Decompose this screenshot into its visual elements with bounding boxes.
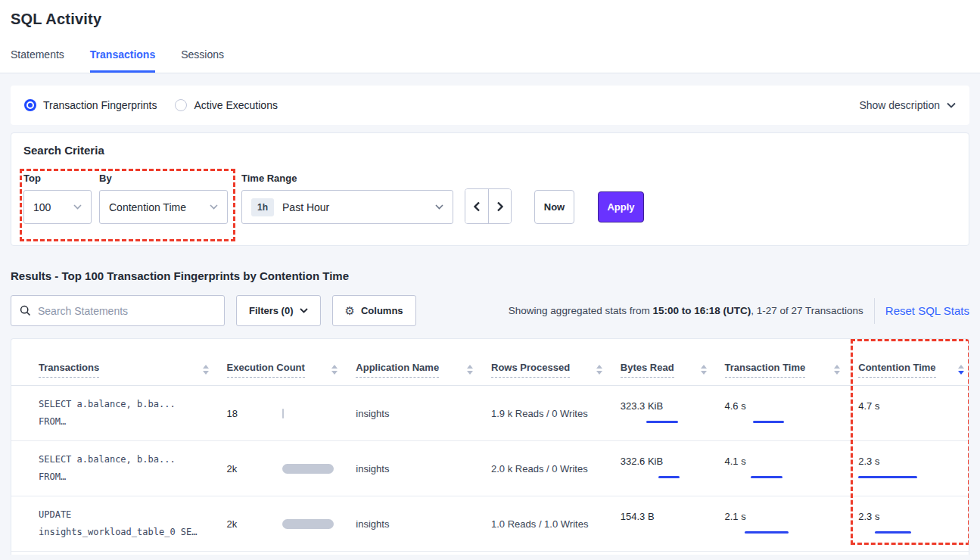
column-label[interactable]: Bytes Read — [621, 362, 674, 378]
transaction-time-value: 4.6 s — [725, 400, 859, 412]
application-name-value: insights — [356, 408, 389, 419]
chevron-down-icon — [210, 204, 218, 210]
results-heading: Results - Top 100 Transaction Fingerprin… — [11, 269, 969, 282]
by-select[interactable]: Contention Time — [99, 190, 228, 224]
radio-active-executions[interactable]: Active Executions — [175, 99, 278, 111]
radio-transaction-fingerprints[interactable]: Transaction Fingerprints — [24, 99, 157, 111]
bytes-read-cell: 154.3 B — [621, 511, 725, 537]
table-header-row: Transactions Execution Count Application… — [11, 339, 969, 386]
transaction-cell: SELECT a.balance, b.ba... FROM… — [11, 451, 227, 486]
contention-time-bar — [858, 417, 964, 427]
radio-label: Transaction Fingerprints — [43, 99, 157, 111]
sort-icon[interactable] — [331, 365, 338, 375]
now-button[interactable]: Now — [534, 190, 574, 224]
transaction-time-cell: 2.1 s — [725, 511, 859, 537]
bytes-read-value: 154.3 B — [621, 511, 725, 522]
time-range-arrows — [465, 188, 512, 224]
tab-sessions[interactable]: Sessions — [181, 48, 224, 73]
rows-processed-value: 1.9 k Reads / 0 Writes — [491, 408, 588, 419]
transaction-fingerprint-link[interactable]: SELECT a.balance, b.ba... FROM… — [39, 396, 227, 431]
top-label: Top — [23, 173, 92, 184]
transactions-table: Transactions Execution Count Application… — [11, 338, 969, 555]
transaction-time-value: 2.1 s — [725, 511, 859, 522]
tab-bar: Statements Transactions Sessions — [11, 48, 224, 73]
chevron-down-icon — [947, 102, 956, 108]
transaction-time-cell: 4.6 s — [725, 400, 859, 427]
reset-sql-stats-link[interactable]: Reset SQL Stats — [885, 304, 969, 317]
bytes-read-cell: 323.3 KiB — [621, 400, 725, 427]
application-name-cell: insights — [356, 406, 491, 420]
radio-unselected-icon[interactable] — [175, 99, 187, 111]
time-range-select[interactable]: 1h Past Hour — [241, 190, 453, 224]
column-label[interactable]: Transaction Time — [725, 362, 806, 378]
column-header-bytes-read[interactable]: Bytes Read — [621, 362, 725, 385]
column-label[interactable]: Contention Time — [858, 362, 935, 378]
transaction-fingerprint-link[interactable]: SELECT a.balance, b.ba... FROM… — [39, 451, 227, 486]
application-name-cell: insights — [356, 517, 491, 530]
transaction-time-bar — [725, 472, 859, 482]
transaction-time-cell: 4.1 s — [725, 456, 859, 482]
execution-count-cell: 2k — [227, 463, 356, 474]
rows-processed-cell: 1.0 Reads / 1.0 Writes — [491, 517, 621, 530]
sort-icon[interactable] — [701, 365, 707, 375]
bytes-read-value: 323.3 KiB — [621, 400, 725, 412]
bytes-read-bar — [621, 527, 725, 537]
apply-button[interactable]: Apply — [598, 191, 644, 222]
column-header-contention-time[interactable]: Contention Time — [858, 362, 969, 385]
contention-time-cell: 2.3 s — [858, 511, 969, 537]
stats-range: 15:00 to 16:18 (UTC) — [652, 305, 751, 316]
next-time-button[interactable] — [488, 189, 511, 223]
page-title: SQL Activity — [0, 0, 980, 28]
contention-time-bar — [858, 527, 964, 537]
columns-button-label: Columns — [361, 305, 403, 316]
search-criteria-panel: Search Criteria Top 100 By Contention Ti… — [11, 132, 969, 246]
sort-icon[interactable] — [203, 365, 209, 375]
sort-icon[interactable] — [834, 365, 840, 375]
column-header-transaction-time[interactable]: Transaction Time — [725, 362, 859, 385]
search-statements-input[interactable] — [38, 305, 216, 317]
filters-button[interactable]: Filters (0) — [236, 295, 321, 326]
column-label[interactable]: Transactions — [39, 362, 99, 378]
prev-time-button[interactable] — [465, 189, 488, 223]
table-row: UPDATE insights_workload_table_0 SE… 2k … — [11, 496, 969, 552]
top-select[interactable]: 100 — [23, 190, 92, 224]
column-label[interactable]: Execution Count — [227, 362, 305, 378]
show-description-toggle[interactable]: Show description — [859, 99, 956, 111]
bytes-read-bar — [621, 472, 725, 482]
execution-count-bar — [282, 519, 334, 529]
caret-right-icon — [496, 201, 504, 212]
transaction-fingerprint-link[interactable]: UPDATE insights_workload_table_0 SE… — [39, 506, 227, 541]
rows-processed-value: 2.0 k Reads / 0 Writes — [491, 463, 588, 474]
columns-button[interactable]: ⚙ Columns — [332, 295, 416, 326]
sort-icon[interactable] — [958, 365, 964, 375]
sort-icon[interactable] — [596, 365, 602, 375]
rows-processed-value: 1.0 Reads / 1.0 Writes — [491, 518, 588, 530]
column-label[interactable]: Application Name — [356, 362, 439, 378]
search-icon — [20, 305, 31, 316]
column-header-transactions[interactable]: Transactions — [11, 362, 227, 385]
column-header-execution-count[interactable]: Execution Count — [227, 362, 356, 385]
tab-transactions[interactable]: Transactions — [90, 48, 155, 73]
filters-button-label: Filters (0) — [249, 305, 294, 316]
sort-icon[interactable] — [467, 365, 473, 375]
bytes-read-value: 332.6 KiB — [621, 456, 725, 467]
search-criteria-heading: Search Criteria — [23, 144, 957, 157]
column-header-application-name[interactable]: Application Name — [356, 362, 491, 385]
column-label[interactable]: Rows Processed — [491, 362, 570, 378]
search-statements-box[interactable] — [11, 295, 225, 326]
table-row: SELECT a.balance, b.ba... FROM… 18 insig… — [11, 386, 969, 441]
execution-count-value: 2k — [227, 518, 263, 530]
stats-suffix: , 1-27 of 27 Transactions — [751, 305, 863, 316]
execution-count-bar — [282, 409, 284, 418]
radio-selected-icon[interactable] — [24, 99, 36, 111]
tab-statements[interactable]: Statements — [11, 48, 64, 73]
results-toolbar: Filters (0) ⚙ Columns Showing aggregated… — [11, 295, 969, 326]
contention-time-value: 2.3 s — [858, 511, 964, 522]
application-name-value: insights — [356, 518, 389, 530]
transaction-time-bar — [725, 417, 859, 427]
by-select-value: Contention Time — [109, 201, 186, 213]
column-header-rows-processed[interactable]: Rows Processed — [491, 362, 621, 385]
by-label: By — [99, 173, 228, 184]
gear-icon: ⚙ — [345, 304, 355, 318]
contention-time-value: 4.7 s — [858, 400, 964, 412]
